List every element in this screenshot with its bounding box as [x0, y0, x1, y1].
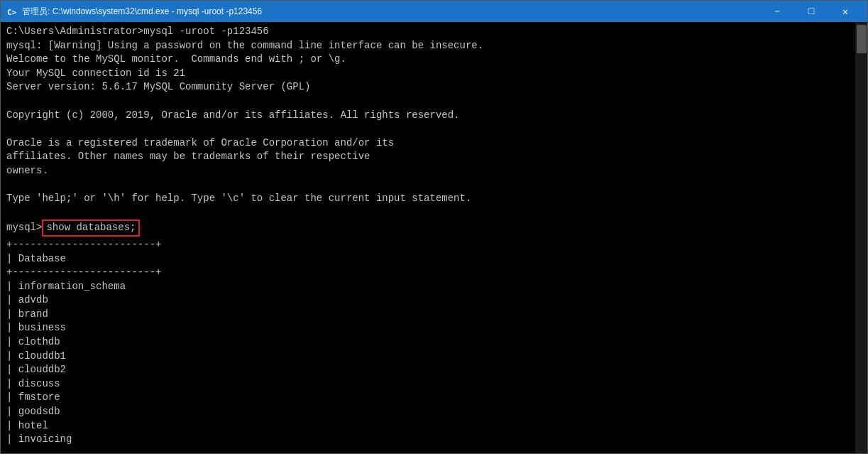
terminal-line-5 — [6, 94, 862, 109]
maximize-button[interactable]: □ — [795, 1, 828, 22]
terminal-line-13 — [6, 206, 862, 220]
terminal-line-0: C:\Users\Administrator>mysql -uroot -p12… — [6, 25, 862, 39]
command-box: show databases; — [42, 220, 140, 237]
terminal-body[interactable]: C:\Users\Administrator>mysql -uroot -p12… — [1, 22, 867, 453]
db-row-6: | clouddb2 — [6, 363, 862, 377]
db-row-11: | invoicing — [6, 433, 862, 447]
terminal-line-8: Oracle is a registered trademark of Orac… — [6, 136, 862, 151]
db-table: +------------------------+ | Database +-… — [6, 238, 862, 447]
mysql-prompt: mysql> — [6, 221, 42, 235]
terminal-line-1: mysql: [Warning] Using a password on the… — [6, 39, 862, 53]
db-row-0: | information_schema — [6, 280, 862, 294]
terminal-line-11 — [6, 178, 862, 193]
terminal-line-3: Your MySQL connection id is 21 — [6, 67, 862, 81]
scrollbar[interactable] — [855, 22, 867, 453]
title-bar-text: 管理员: C:\windows\system32\cmd.exe - mysql… — [22, 6, 761, 18]
terminal-line-7 — [6, 122, 862, 136]
db-row-3: | business — [6, 321, 862, 335]
db-row-1: | advdb — [6, 293, 862, 308]
terminal-line-2: Welcome to the MySQL monitor. Commands e… — [6, 53, 862, 67]
scrollbar-thumb[interactable] — [857, 25, 867, 53]
db-row-9: | goodsdb — [6, 405, 862, 419]
terminal-line-9: affiliates. Other names may be trademark… — [6, 150, 862, 164]
title-bar-controls: － □ ✕ — [761, 1, 862, 22]
terminal-line-12: Type 'help;' or '\h' for help. Type '\c'… — [6, 192, 862, 206]
db-row-10: | hotel — [6, 419, 862, 433]
separator-mid: +------------------------+ — [6, 266, 862, 280]
db-row-8: | fmstore — [6, 391, 862, 405]
db-row-2: | brand — [6, 308, 862, 322]
cmd-icon: C> — [6, 6, 18, 17]
separator-top: +------------------------+ — [6, 238, 862, 252]
cmd-window: C> 管理员: C:\windows\system32\cmd.exe - my… — [0, 0, 868, 454]
command-line: mysql> show databases; — [6, 220, 862, 237]
db-header: | Database — [6, 252, 862, 266]
close-button[interactable]: ✕ — [829, 1, 862, 22]
terminal-line-10: owners. — [6, 164, 862, 178]
terminal-line-6: Copyright (c) 2000, 2019, Oracle and/or … — [6, 109, 862, 123]
title-bar: C> 管理员: C:\windows\system32\cmd.exe - my… — [1, 1, 867, 22]
db-row-5: | clouddb1 — [6, 350, 862, 364]
db-row-7: | discuss — [6, 377, 862, 391]
db-row-4: | clothdb — [6, 335, 862, 350]
terminal-line-4: Server version: 5.6.17 MySQL Community S… — [6, 80, 862, 94]
svg-text:C>: C> — [7, 8, 17, 17]
minimize-button[interactable]: － — [761, 1, 793, 22]
